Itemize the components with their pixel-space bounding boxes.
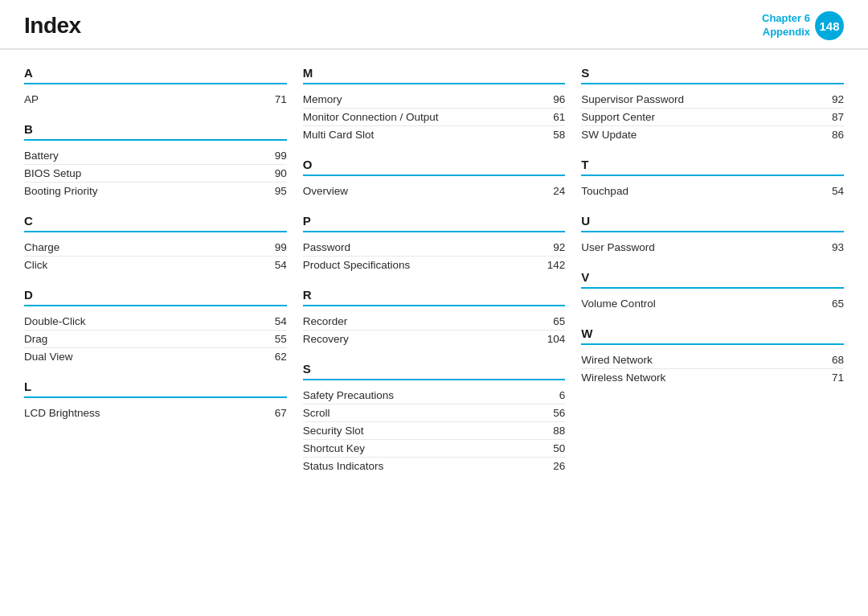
item-page: 58 (541, 129, 565, 141)
item-page: 104 (541, 333, 565, 345)
section-1-3: RRecorder65Recovery104 (303, 288, 566, 347)
item-page: 50 (541, 442, 565, 454)
index-item: Recovery104 (303, 331, 566, 347)
item-label: User Password (581, 241, 655, 253)
item-label: Drag (24, 333, 47, 345)
index-item: Security Slot88 (303, 422, 566, 440)
section-divider (581, 231, 844, 232)
item-label: LCD Brightness (24, 407, 100, 419)
item-label: Shortcut Key (303, 442, 365, 454)
column-2: SSupervisor Password92Support Center87SW… (581, 66, 844, 598)
item-label: Overview (303, 185, 348, 197)
section-2-2: UUser Password93 (581, 214, 844, 256)
item-page: 68 (820, 354, 844, 366)
section-divider (581, 83, 844, 84)
section-letter: T (581, 158, 844, 171)
chapter-text: Chapter 6 Appendix (762, 12, 810, 39)
index-item: AP71 (24, 91, 287, 108)
item-label: Multi Card Slot (303, 129, 375, 141)
index-item: Battery99 (24, 147, 287, 165)
section-letter: O (303, 158, 566, 171)
index-item: User Password93 (581, 239, 844, 256)
item-page: 55 (263, 333, 287, 345)
item-label: Wireless Network (581, 372, 665, 384)
item-page: 90 (263, 167, 287, 179)
section-letter: S (581, 66, 844, 80)
item-label: AP (24, 93, 39, 105)
item-page: 99 (263, 150, 287, 162)
section-divider (24, 139, 287, 141)
index-item: Memory96 (303, 91, 566, 109)
index-item: BIOS Setup90 (24, 165, 287, 183)
section-letter: P (303, 214, 566, 228)
index-item: Safety Precautions6 (303, 387, 566, 405)
item-label: Monitor Connection / Output (303, 111, 439, 123)
item-page: 71 (263, 93, 287, 105)
section-0-4: LLCD Brightness67 (24, 380, 287, 421)
item-label: Charge (24, 241, 59, 253)
section-1-4: SSafety Precautions6Scroll56Security Slo… (303, 362, 566, 474)
item-label: BIOS Setup (24, 167, 81, 179)
item-page: 86 (820, 129, 844, 141)
section-1-1: OOverview24 (303, 158, 566, 199)
item-label: Booting Priority (24, 185, 98, 197)
item-label: Dual View (24, 351, 73, 363)
item-label: Scroll (303, 407, 330, 419)
item-label: Battery (24, 150, 59, 162)
item-label: Password (303, 241, 350, 253)
item-page: 93 (820, 241, 844, 253)
item-label: Safety Precautions (303, 389, 394, 401)
section-letter: D (24, 288, 287, 302)
section-2-1: TTouchpad54 (581, 158, 844, 199)
item-page: 92 (541, 241, 565, 253)
section-divider (581, 287, 844, 289)
index-item: Drag55 (24, 331, 287, 348)
index-item: Status Indicators26 (303, 458, 566, 474)
item-page: 142 (541, 259, 565, 271)
section-divider (303, 305, 566, 306)
index-item: SW Update86 (581, 126, 844, 143)
section-1-2: PPassword92Product Specifications142 (303, 214, 566, 273)
item-label: Wired Network (581, 354, 653, 366)
item-label: Touchpad (581, 185, 628, 197)
section-letter: U (581, 214, 844, 228)
item-page: 6 (541, 389, 565, 401)
item-label: Recorder (303, 315, 348, 327)
section-divider (24, 83, 287, 84)
page-title: Index (24, 13, 81, 39)
section-letter: V (581, 270, 844, 284)
section-divider (303, 379, 566, 380)
column-1: MMemory96Monitor Connection / Output61Mu… (303, 66, 582, 598)
item-label: Security Slot (303, 425, 364, 437)
section-2-0: SSupervisor Password92Support Center87SW… (581, 66, 844, 143)
index-item: Click54 (24, 257, 287, 273)
section-divider (303, 231, 566, 232)
section-divider (24, 305, 287, 306)
index-item: Monitor Connection / Output61 (303, 109, 566, 126)
item-page: 54 (263, 315, 287, 327)
section-divider (303, 175, 566, 176)
index-item: Product Specifications142 (303, 257, 566, 273)
section-0-1: BBattery99BIOS Setup90Booting Priority95 (24, 122, 287, 199)
item-label: Click (24, 259, 47, 271)
index-item: Volume Control65 (581, 295, 844, 312)
section-1-0: MMemory96Monitor Connection / Output61Mu… (303, 66, 566, 143)
item-label: Recovery (303, 333, 349, 345)
section-divider (24, 396, 287, 398)
item-page: 95 (263, 185, 287, 197)
index-content: AAP71BBattery99BIOS Setup90Booting Prior… (0, 50, 868, 614)
section-letter: M (303, 66, 566, 80)
item-page: 65 (820, 298, 844, 310)
item-page: 54 (820, 185, 844, 197)
item-page: 61 (541, 111, 565, 123)
index-item: Recorder65 (303, 313, 566, 331)
section-letter: B (24, 122, 287, 136)
section-letter: C (24, 214, 287, 228)
item-page: 56 (541, 407, 565, 419)
item-page: 54 (263, 259, 287, 271)
section-0-3: DDouble-Click54Drag55Dual View62 (24, 288, 287, 365)
item-label: SW Update (581, 129, 637, 141)
index-item: Touchpad54 (581, 183, 844, 199)
item-page: 62 (263, 351, 287, 363)
item-label: Status Indicators (303, 460, 384, 472)
